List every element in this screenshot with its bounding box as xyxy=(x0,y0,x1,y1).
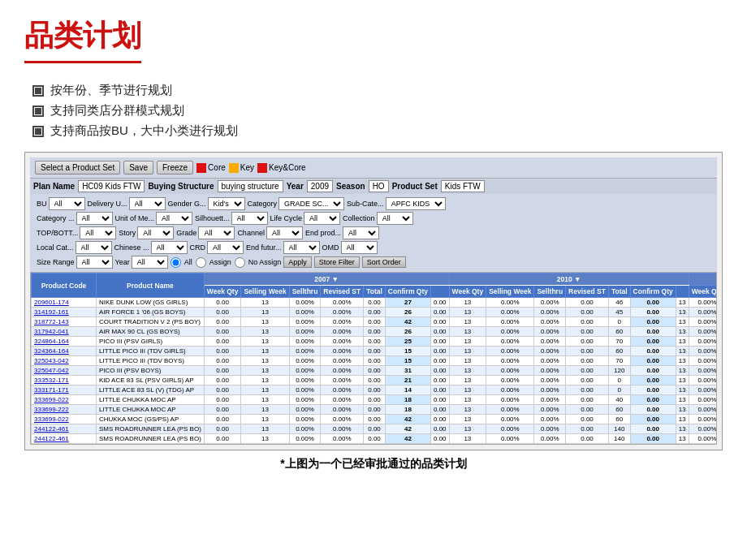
product-code-cell[interactable]: 333532-171 xyxy=(32,376,97,386)
product-code-cell[interactable]: 325047-042 xyxy=(32,366,97,376)
col-revised-st-2: Revised ST xyxy=(566,286,609,298)
data-cell: 0.00 xyxy=(566,298,609,308)
col-header-product-code: Product Code xyxy=(32,274,97,298)
sizerange-select[interactable]: All xyxy=(76,256,113,269)
data-cell: 0.00 xyxy=(364,347,386,356)
product-code-cell[interactable]: 324864-164 xyxy=(32,337,97,347)
data-cell: 0.00% xyxy=(689,337,717,347)
select-product-set-button[interactable]: Select a Product Set xyxy=(35,161,120,174)
key-color-box xyxy=(229,163,239,173)
product-code-cell[interactable]: 333699-222 xyxy=(32,405,97,415)
data-cell: 13 xyxy=(241,434,289,444)
data-cell: 0.00 xyxy=(204,317,241,327)
freeze-button[interactable]: Freeze xyxy=(157,161,193,174)
all-radio[interactable] xyxy=(171,257,181,268)
data-cell: 0.00 xyxy=(630,298,676,308)
data-cell: 0.00 xyxy=(204,424,241,434)
chinese-select[interactable]: All xyxy=(151,241,188,254)
feature-item-2: 支持同类店分群模式规划 xyxy=(32,103,723,118)
data-cell: 0.00% xyxy=(534,386,566,395)
gender-select[interactable]: Kid's xyxy=(208,197,245,210)
product-code-cell[interactable]: 325043-042 xyxy=(32,356,97,366)
data-cell: 0.00 xyxy=(630,434,676,444)
category2-select[interactable]: All xyxy=(76,212,113,225)
product-name-cell: LITTLE CHUKKA MOC AP xyxy=(97,405,205,415)
product-code-cell[interactable]: 317942-041 xyxy=(32,327,97,337)
save-button[interactable]: Save xyxy=(123,161,153,174)
apply-button[interactable]: Apply xyxy=(283,256,312,268)
delivery-select[interactable]: All xyxy=(129,197,166,210)
col-spacer-2 xyxy=(676,286,689,298)
data-cell: 0.00 xyxy=(430,434,449,444)
data-cell: 0.00% xyxy=(486,386,534,395)
col-confirm-qty-2: Confirm Qty xyxy=(630,286,676,298)
lifecycle-select[interactable]: All xyxy=(304,212,340,225)
endfutur-select[interactable]: All xyxy=(283,241,320,254)
data-cell: 13 xyxy=(449,405,486,415)
data-cell: 0.00% xyxy=(534,415,566,424)
data-cell: 60 xyxy=(608,405,630,415)
legend-core: Core xyxy=(196,163,226,173)
data-cell: 0.00% xyxy=(689,434,717,444)
channel-select[interactable]: All xyxy=(266,226,303,239)
product-code-cell[interactable]: 314192-161 xyxy=(32,308,97,317)
table-row: 325047-042PICO III (PSV BOYS)0.00130.00%… xyxy=(32,366,718,376)
data-cell: 0.00% xyxy=(689,356,717,366)
store-filter-button[interactable]: Store Filter xyxy=(314,256,360,268)
endprod-select[interactable]: All xyxy=(343,226,379,239)
product-code-cell[interactable]: 318772-143 xyxy=(32,317,97,327)
data-cell: 14 xyxy=(385,386,430,395)
buying-structure-value: buying structure xyxy=(218,180,283,192)
topbott-select[interactable]: All xyxy=(80,226,116,239)
sort-order-button[interactable]: Sort Order xyxy=(362,256,406,268)
story-select[interactable]: All xyxy=(137,226,174,239)
filter-subcate: Sub-Cate... APFC KIDS xyxy=(347,197,446,210)
collection-select[interactable]: All xyxy=(377,212,413,225)
table-row: 244122-461SMS ROADRUNNER LEA (PS BO)0.00… xyxy=(32,424,718,434)
data-cell: 0.00 xyxy=(364,337,386,347)
data-cell: 0.00% xyxy=(321,395,364,405)
data-cell: 0.00% xyxy=(534,424,566,434)
product-name-cell: SMS ROADRUNNER LEA (PS BO) xyxy=(97,424,205,434)
data-cell: 0.00% xyxy=(689,298,717,308)
data-cell: 0.00% xyxy=(486,327,534,337)
product-name-cell: PICO III (PSV GIRLS) xyxy=(97,337,205,347)
data-cell: 13 xyxy=(449,366,486,376)
product-set-label: Product Set xyxy=(392,182,438,191)
page-container: 品类计划 按年份、季节进行规划 支持同类店分群模式规划 支持商品按BU，大中小类… xyxy=(0,0,747,488)
localcat-select[interactable]: All xyxy=(76,241,112,254)
product-code-cell[interactable]: 244122-461 xyxy=(32,424,97,434)
no-assign-radio[interactable] xyxy=(235,257,245,268)
subcate-select[interactable]: APFC KIDS xyxy=(386,197,446,210)
data-cell: 13 xyxy=(676,376,689,386)
data-cell: 0.00% xyxy=(321,386,364,395)
category-select[interactable]: GRADE SC... xyxy=(279,197,344,210)
product-code-cell[interactable]: 244122-461 xyxy=(32,434,97,444)
product-code-cell[interactable]: 324364-164 xyxy=(32,347,97,356)
omd-select[interactable]: All xyxy=(341,241,378,254)
data-cell: 0.00% xyxy=(689,424,717,434)
grade-select[interactable]: All xyxy=(198,226,235,239)
product-code-cell[interactable]: 209601-174 xyxy=(32,298,97,308)
crd-select[interactable]: All xyxy=(207,241,244,254)
silhouette-select[interactable]: All xyxy=(231,212,268,225)
year-filter-select[interactable]: All xyxy=(132,256,168,269)
data-cell: 13 xyxy=(449,395,486,405)
product-code-cell[interactable]: 333171-171 xyxy=(32,386,97,395)
data-cell: 0.00 xyxy=(204,308,241,317)
assign-radio[interactable] xyxy=(196,257,206,268)
uom-select[interactable]: All xyxy=(156,212,192,225)
data-cell: 0.00% xyxy=(289,356,321,366)
data-cell: 0.00 xyxy=(364,366,386,376)
bu-select[interactable]: All xyxy=(49,197,85,210)
data-cell: 0.00 xyxy=(204,386,241,395)
data-cell: 0.00 xyxy=(566,386,609,395)
product-name-cell: CHUKKA MOC (GS/PS) AP xyxy=(97,415,205,424)
data-cell: 0.00% xyxy=(486,298,534,308)
data-cell: 13 xyxy=(241,356,289,366)
filter-row-4: Local Cat... All Chinese ... All CRD All… xyxy=(33,240,714,255)
data-cell: 0.00% xyxy=(689,405,717,415)
product-code-cell[interactable]: 333699-022 xyxy=(32,415,97,424)
data-cell: 60 xyxy=(608,347,630,356)
product-code-cell[interactable]: 333699-022 xyxy=(32,395,97,405)
